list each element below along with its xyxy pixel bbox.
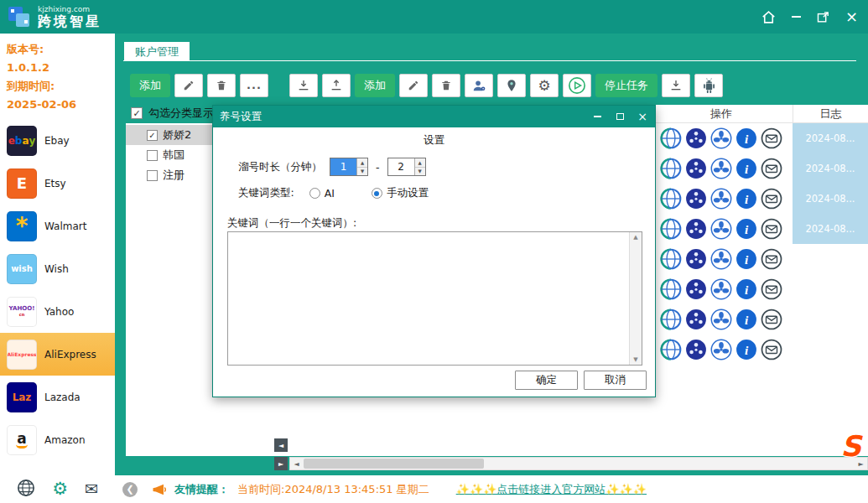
mail-icon[interactable]: [761, 339, 782, 360]
info-icon[interactable]: i: [735, 158, 757, 179]
category-display-checkbox[interactable]: [131, 107, 143, 119]
info-icon[interactable]: i: [735, 127, 757, 149]
edit-account-button[interactable]: [399, 74, 428, 97]
scroll-down-icon[interactable]: ▼: [633, 356, 637, 363]
tree-checkbox[interactable]: [147, 170, 158, 181]
radio-ai[interactable]: [309, 188, 320, 199]
add-category-button[interactable]: 添加: [130, 74, 170, 97]
duration-max-spinner[interactable]: 2 ▲ ▼: [387, 158, 426, 176]
mail-icon[interactable]: [761, 127, 782, 149]
expand-right-button[interactable]: ►: [274, 457, 288, 470]
android-button[interactable]: [694, 74, 723, 97]
fan-icon[interactable]: [710, 188, 732, 210]
settings-gear-icon[interactable]: ⚙: [52, 480, 68, 498]
fan-icon[interactable]: [710, 127, 732, 149]
dialog-titlebar[interactable]: 养号设置 ×: [213, 106, 655, 127]
browser-icon[interactable]: [660, 278, 682, 300]
mail-icon[interactable]: [761, 158, 782, 179]
textarea-scrollbar[interactable]: ▲ ▼: [629, 232, 642, 365]
add-account-button[interactable]: 添加: [355, 74, 395, 97]
film-reel-icon[interactable]: [685, 158, 707, 179]
scroll-up-icon[interactable]: ▲: [633, 234, 637, 241]
official-site-link[interactable]: ✨✨✨点击链接进入官方网站✨✨✨: [456, 482, 647, 497]
film-reel-icon[interactable]: [685, 188, 707, 210]
sidebar-item-yahoo[interactable]: YAHOO!cnYahoo: [0, 290, 115, 333]
fan-icon[interactable]: [710, 309, 732, 330]
globe-icon[interactable]: [17, 479, 35, 500]
film-reel-icon[interactable]: [685, 127, 707, 149]
edit-category-button[interactable]: [174, 74, 203, 97]
info-icon[interactable]: i: [735, 218, 757, 240]
fan-icon[interactable]: [710, 158, 732, 179]
info-icon[interactable]: i: [735, 278, 757, 300]
more-category-button[interactable]: ...: [240, 74, 268, 97]
dialog-maximize-button[interactable]: [614, 111, 626, 122]
sidebar-item-etsy[interactable]: EEtsy: [0, 162, 115, 205]
browser-icon[interactable]: [660, 309, 682, 330]
settings-button[interactable]: ⚙: [530, 74, 559, 97]
info-icon[interactable]: i: [735, 188, 757, 210]
film-reel-icon[interactable]: [685, 339, 707, 360]
sidebar-item-lazada[interactable]: LazLazada: [0, 376, 115, 418]
mail-icon[interactable]: [761, 309, 782, 330]
sidebar-item-wish[interactable]: wishWish: [0, 247, 115, 290]
fan-icon[interactable]: [710, 248, 732, 270]
download-button[interactable]: [662, 74, 690, 97]
scroll-left-icon[interactable]: ◄: [290, 460, 303, 468]
spin-down-icon[interactable]: ▼: [357, 168, 367, 176]
fan-icon[interactable]: [710, 339, 732, 360]
stop-task-button[interactable]: 停止任务: [595, 74, 657, 97]
film-reel-icon[interactable]: [685, 309, 707, 330]
dialog-minimize-button[interactable]: [591, 111, 603, 122]
film-reel-icon[interactable]: [685, 218, 707, 240]
duration-min-value[interactable]: 1: [330, 158, 356, 175]
mail-icon[interactable]: [761, 248, 782, 270]
tab-account-management[interactable]: 账户管理: [124, 42, 190, 61]
close-button[interactable]: ×: [845, 9, 858, 24]
delete-category-button[interactable]: [207, 74, 236, 97]
message-icon[interactable]: ✉: [85, 481, 98, 497]
ok-button[interactable]: 确定: [515, 371, 578, 390]
info-icon[interactable]: i: [735, 248, 757, 270]
browser-icon[interactable]: [660, 248, 682, 270]
fan-icon[interactable]: [710, 218, 732, 240]
location-button[interactable]: [497, 74, 526, 97]
sidebar-item-aliexpress[interactable]: AliExpressAliExpress: [0, 333, 115, 376]
sogou-input-icon[interactable]: S: [841, 429, 862, 463]
browser-icon[interactable]: [660, 158, 682, 179]
export-button[interactable]: [322, 74, 351, 97]
start-task-button[interactable]: [563, 74, 591, 97]
spin-up-icon[interactable]: ▲: [415, 158, 425, 168]
duration-min-spinner[interactable]: 1 ▲ ▼: [330, 158, 368, 176]
import-button[interactable]: [289, 74, 318, 97]
mail-icon[interactable]: [761, 278, 782, 300]
mail-icon[interactable]: [761, 218, 782, 240]
delete-account-button[interactable]: [432, 74, 460, 97]
minimize-button[interactable]: [792, 16, 801, 18]
fan-icon[interactable]: [710, 278, 732, 300]
info-icon[interactable]: i: [735, 309, 757, 330]
duration-max-value[interactable]: 2: [388, 158, 414, 175]
tree-checkbox[interactable]: [147, 150, 158, 161]
sidebar-item-walmart[interactable]: *Walmart: [0, 205, 115, 247]
maximize-button[interactable]: [816, 10, 830, 24]
statusbar-collapse-button[interactable]: ❮: [122, 482, 138, 497]
home-button[interactable]: [761, 9, 777, 25]
browser-icon[interactable]: [660, 127, 682, 149]
user-settings-button[interactable]: [465, 74, 493, 97]
radio-manual[interactable]: [372, 188, 382, 199]
keywords-textarea[interactable]: ▲ ▼: [227, 231, 642, 366]
scrollbar-thumb[interactable]: [304, 459, 484, 469]
browser-icon[interactable]: [660, 218, 682, 240]
spin-up-icon[interactable]: ▲: [357, 158, 367, 168]
info-icon[interactable]: i: [735, 339, 757, 360]
collapse-left-button[interactable]: ◄: [274, 438, 288, 452]
film-reel-icon[interactable]: [685, 278, 707, 300]
dialog-close-button[interactable]: ×: [637, 111, 648, 122]
browser-icon[interactable]: [660, 188, 682, 210]
cancel-button[interactable]: 取消: [584, 371, 647, 390]
horizontal-scrollbar[interactable]: ◄ ►: [289, 457, 868, 470]
mail-icon[interactable]: [761, 188, 782, 210]
sidebar-item-ebay[interactable]: ebayEbay: [0, 119, 115, 162]
browser-icon[interactable]: [660, 339, 682, 360]
